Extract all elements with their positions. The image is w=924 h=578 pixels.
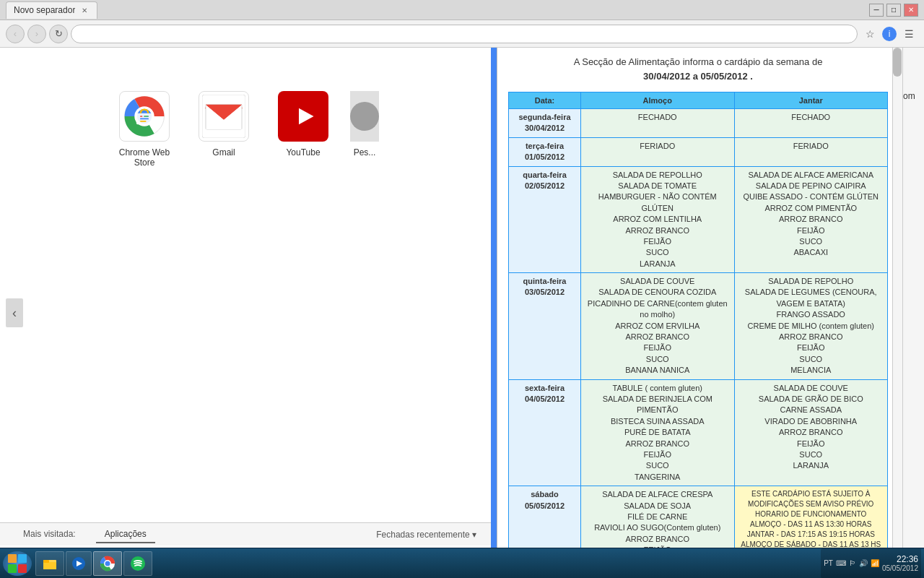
new-tab-page: Chrome Web Store bbox=[0, 48, 491, 578]
content-area: Chrome Web Store bbox=[0, 48, 924, 578]
system-clock: 22:36 05/05/2012 bbox=[882, 554, 918, 572]
clock-time: 22:36 bbox=[882, 554, 918, 564]
menu-row: quarta-feira 02/05/2012SALADA DE REPOLLH… bbox=[509, 166, 888, 273]
back-button[interactable]: ‹ bbox=[6, 25, 25, 43]
language-indicator: PT bbox=[824, 559, 833, 567]
tab-title: Novo separador bbox=[14, 5, 75, 15]
chrome-taskbar-icon bbox=[100, 556, 116, 571]
menu-date-2: quarta-feira 02/05/2012 bbox=[509, 166, 581, 273]
clock-date: 05/05/2012 bbox=[882, 564, 918, 572]
svg-rect-23 bbox=[43, 562, 56, 569]
menu-date-4: sexta-feira 04/05/2012 bbox=[509, 379, 581, 486]
chrome-store-svg bbox=[123, 95, 166, 138]
app-youtube[interactable]: YouTube bbox=[271, 91, 336, 168]
svg-rect-19 bbox=[18, 554, 27, 563]
partial-svg bbox=[350, 91, 379, 142]
window-controls: ─ □ ✕ bbox=[869, 4, 918, 17]
bottom-bar: Mais visitada: Aplicações Fechadas recen… bbox=[0, 522, 491, 545]
title-bar: Novo separador ✕ ─ □ ✕ bbox=[0, 0, 924, 20]
bookmark-star-icon[interactable]: ☆ bbox=[860, 25, 879, 43]
gmail-label: Gmail bbox=[212, 147, 235, 158]
svg-rect-20 bbox=[8, 564, 17, 573]
svg-rect-7 bbox=[140, 118, 149, 120]
recently-closed-button[interactable]: Fechadas recentemente ▾ bbox=[376, 530, 476, 540]
menu-date-3: quinta-feira 03/05/2012 bbox=[509, 273, 581, 380]
menu-header: A Secção de Alimentação informa o cardáp… bbox=[508, 55, 888, 83]
menu-row: segunda-feira 30/04/2012FECHADOFECHADO bbox=[509, 109, 888, 138]
svg-rect-6 bbox=[144, 116, 149, 117]
menu-lunch-1: FERIADO bbox=[581, 137, 735, 166]
chrome-web-store-icon bbox=[119, 91, 170, 142]
refresh-button[interactable]: ↻ bbox=[49, 25, 68, 43]
address-bar[interactable] bbox=[71, 25, 858, 43]
tray-keyboard-icon: ⌨ bbox=[836, 559, 846, 567]
tab-aplicacoes[interactable]: Aplicações bbox=[96, 526, 155, 543]
tab-mais-visitada[interactable]: Mais visitada: bbox=[14, 526, 84, 543]
browser-tab[interactable]: Novo separador ✕ bbox=[6, 1, 97, 19]
windows-logo-icon bbox=[7, 553, 27, 574]
prev-apps-button[interactable]: ‹ bbox=[6, 298, 23, 327]
gmail-svg bbox=[202, 95, 245, 138]
chrome-web-store-label: Chrome Web Store bbox=[112, 147, 177, 168]
app-partial[interactable]: Pes... bbox=[350, 91, 379, 168]
chrome-menu-icon[interactable]: ☰ bbox=[899, 25, 918, 43]
chrome-info-icon[interactable]: i bbox=[882, 27, 897, 41]
taskbar-file-explorer[interactable] bbox=[35, 551, 64, 576]
taskbar: PT ⌨ 🏳 🔊 📶 22:36 05/05/2012 bbox=[0, 548, 924, 578]
close-button[interactable]: ✕ bbox=[904, 4, 918, 17]
gmail-icon bbox=[199, 91, 249, 142]
minimize-button[interactable]: ─ bbox=[869, 4, 884, 17]
tray-network-icon: 📶 bbox=[871, 559, 879, 567]
svg-point-30 bbox=[131, 556, 145, 571]
tab-close-button[interactable]: ✕ bbox=[79, 5, 90, 15]
partial-icon bbox=[350, 91, 379, 142]
nav-bar: ‹ › ↻ ☆ i ☰ bbox=[0, 20, 924, 48]
webpage-area: A Secção de Alimentação informa o cardáp… bbox=[497, 48, 902, 578]
menu-dinner-3: SALADA DE REPOLHO SALADA DE LEGUMES (CEN… bbox=[734, 273, 888, 380]
vertical-scrollbar[interactable] bbox=[892, 48, 902, 578]
svg-rect-24 bbox=[43, 560, 49, 563]
svg-rect-8 bbox=[140, 121, 147, 122]
forward-button[interactable]: › bbox=[27, 25, 46, 43]
menu-date-0: segunda-feira 30/04/2012 bbox=[509, 109, 581, 138]
spotify-icon bbox=[130, 556, 146, 571]
svg-rect-18 bbox=[8, 554, 17, 563]
maximize-button[interactable]: □ bbox=[886, 4, 901, 17]
file-explorer-icon bbox=[42, 556, 58, 571]
media-player-icon bbox=[71, 556, 86, 571]
start-button[interactable] bbox=[3, 551, 32, 576]
svg-rect-5 bbox=[140, 116, 142, 117]
taskbar-media-player[interactable] bbox=[66, 551, 92, 576]
svg-point-17 bbox=[350, 102, 379, 131]
svg-rect-21 bbox=[18, 564, 27, 573]
bottom-tabs: Mais visitada: Aplicações bbox=[14, 526, 155, 543]
food-menu-table: Data: Almoço Jantar segunda-feira 30/04/… bbox=[508, 92, 888, 568]
menu-row: sexta-feira 04/05/2012TABULE ( contem gl… bbox=[509, 379, 888, 486]
menu-row: terça-feira 01/05/2012FERIADOFERIADO bbox=[509, 137, 888, 166]
menu-dinner-0: FECHADO bbox=[734, 109, 888, 138]
system-tray: PT ⌨ 🏳 🔊 📶 22:36 05/05/2012 bbox=[821, 548, 921, 578]
right-edge: om bbox=[902, 48, 924, 578]
partial-label: Pes... bbox=[354, 147, 376, 158]
menu-lunch-4: TABULE ( contem gluten) SALADA DE BERINJ… bbox=[581, 379, 735, 486]
menu-lunch-2: SALADA DE REPOLLHO SALADA DE TOMATE HAMB… bbox=[581, 166, 735, 273]
taskbar-spotify[interactable] bbox=[123, 551, 152, 576]
taskbar-chrome[interactable] bbox=[93, 551, 122, 576]
youtube-icon bbox=[278, 91, 328, 142]
menu-lunch-3: SALADA DE COUVE SALADA DE CENOURA COZIDA… bbox=[581, 273, 735, 380]
menu-dinner-4: SALADA DE COUVE SALADA DE GRÃO DE BICO C… bbox=[734, 379, 888, 486]
menu-lunch-0: FECHADO bbox=[581, 109, 735, 138]
col-almoco: Almoço bbox=[581, 92, 735, 109]
youtube-svg bbox=[282, 95, 325, 138]
svg-point-29 bbox=[105, 561, 110, 566]
scrollbar-thumb[interactable] bbox=[893, 48, 902, 77]
col-jantar: Jantar bbox=[734, 92, 888, 109]
app-chrome-web-store[interactable]: Chrome Web Store bbox=[112, 91, 177, 168]
col-data: Data: bbox=[509, 92, 581, 109]
menu-row: quinta-feira 03/05/2012SALADA DE COUVE S… bbox=[509, 273, 888, 380]
menu-dinner-1: FERIADO bbox=[734, 137, 888, 166]
blue-divider bbox=[491, 48, 497, 578]
browser-window: Novo separador ✕ ─ □ ✕ ‹ › ↻ ☆ i ☰ bbox=[0, 0, 924, 578]
app-gmail[interactable]: Gmail bbox=[191, 91, 256, 168]
menu-date-1: terça-feira 01/05/2012 bbox=[509, 137, 581, 166]
